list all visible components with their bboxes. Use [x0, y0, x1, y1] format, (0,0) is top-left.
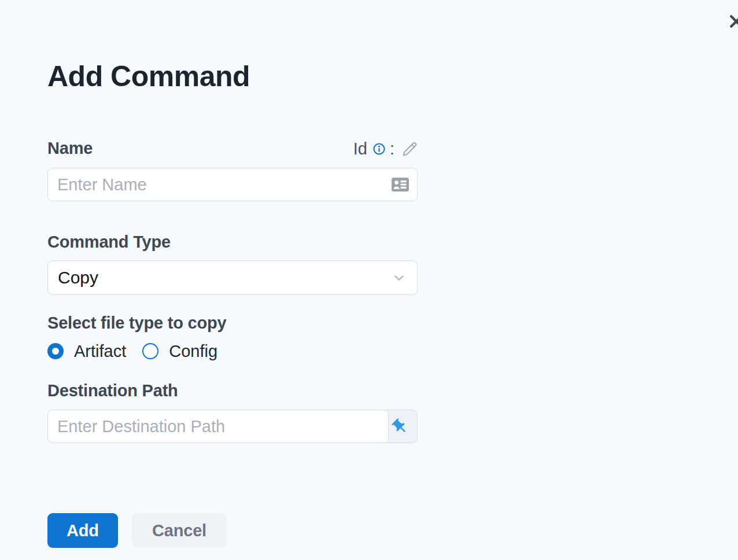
file-type-radio-group: Artifact Config: [47, 342, 217, 360]
command-type-value: Copy: [58, 268, 98, 288]
close-button[interactable]: [728, 13, 738, 30]
radio-option-config[interactable]: Config: [142, 342, 217, 361]
id-colon: :: [390, 139, 394, 159]
radio-button-artifact[interactable]: [47, 343, 64, 359]
cancel-button[interactable]: Cancel: [132, 513, 227, 548]
id-card-icon: [391, 176, 409, 193]
radio-button-config[interactable]: [142, 343, 158, 359]
radio-label-config: Config: [169, 342, 217, 361]
destination-path-label: Destination Path: [47, 382, 178, 399]
destination-path-input[interactable]: [47, 410, 389, 443]
id-label: Id: [353, 139, 367, 159]
id-cluster: Id :: [244, 139, 418, 159]
add-button[interactable]: Add: [47, 513, 118, 548]
pencil-icon[interactable]: [402, 141, 418, 157]
name-input[interactable]: [47, 168, 418, 201]
pushpin-button[interactable]: [388, 410, 412, 443]
command-type-select[interactable]: Copy: [47, 260, 418, 295]
file-type-label: Select file type to copy: [47, 315, 226, 331]
command-type-label: Command Type: [47, 234, 171, 250]
radio-option-artifact[interactable]: Artifact: [47, 342, 126, 361]
dialog-title: Add Command: [47, 60, 250, 94]
destination-path-group: [47, 410, 418, 443]
chevron-down-icon: [392, 270, 407, 285]
pushpin-icon: [391, 418, 409, 436]
info-icon[interactable]: [372, 142, 386, 156]
radio-label-artifact: Artifact: [74, 342, 126, 361]
name-label: Name: [47, 140, 93, 157]
close-icon: [728, 22, 738, 32]
